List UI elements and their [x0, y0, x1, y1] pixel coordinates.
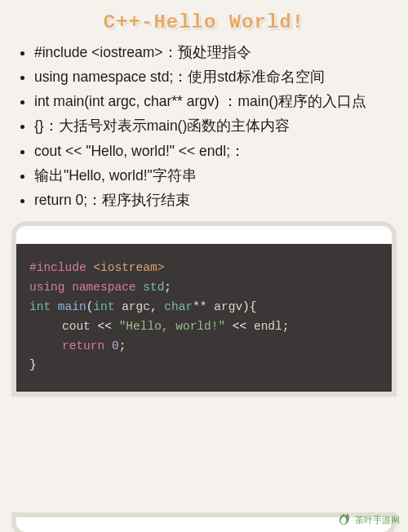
space [104, 339, 112, 352]
identifier-std: std [136, 281, 165, 294]
keyword-include: #include [29, 261, 86, 274]
list-item: int main(int argc, char** argv) ：main()程… [34, 91, 385, 113]
punct: ; [119, 339, 126, 352]
keyword-int: int [93, 300, 114, 313]
identifier-cout: cout [62, 320, 98, 333]
explanation-list: #include <iostream>：预处理指令 using namespac… [0, 42, 408, 211]
code-line: return 0; [29, 337, 379, 357]
keyword-int: int [29, 300, 51, 313]
punct: } [29, 358, 37, 371]
watermark: 茶叶手游网 [337, 512, 400, 527]
code-line: } [29, 356, 379, 375]
param-argv: argv [214, 300, 242, 313]
page-title: C++-Hello World! [0, 0, 408, 42]
number-literal: 0 [112, 339, 119, 352]
operator: << [225, 320, 254, 333]
window-titlebar [16, 226, 392, 244]
code-body: #include <iostream> using namespace std;… [16, 244, 392, 392]
code-line: #include <iostream> [29, 259, 379, 278]
list-item: cout << "Hello, world!" << endl;： [34, 140, 385, 162]
monitor-base [16, 517, 392, 532]
keyword-return: return [62, 339, 104, 352]
leaf-icon [337, 512, 352, 527]
param-argc: argc [114, 300, 150, 313]
func-main: main [51, 300, 86, 313]
header-iostream: <iostream> [86, 261, 165, 274]
code-line: cout << "Hello, world!" << endl; [29, 317, 379, 337]
list-item: #include <iostream>：预处理指令 [34, 42, 385, 64]
punct: ){ [242, 300, 256, 313]
string-literal: "Hello, world!" [119, 320, 226, 333]
list-item: return 0;：程序执行结束 [34, 189, 385, 211]
list-item: {}：大括号对表示main()函数的主体内容 [34, 115, 385, 137]
list-item: using namespace std;：使用std标准命名空间 [34, 66, 385, 88]
code-line: int main(int argc, char** argv){ [29, 298, 379, 317]
code-line: using namespace std; [29, 278, 379, 298]
keyword-char: char [164, 300, 193, 313]
list-item: 输出"Hello, world!"字符串 [34, 165, 385, 187]
watermark-text: 茶叶手游网 [355, 514, 400, 526]
code-editor-window: #include <iostream> using namespace std;… [16, 226, 392, 392]
keyword-using: using [29, 281, 65, 294]
punct: ** [193, 300, 214, 313]
operator: << [98, 320, 119, 333]
keyword-namespace: namespace [65, 281, 136, 294]
punct: ; [282, 320, 290, 333]
punct: ; [164, 281, 171, 294]
punct: , [150, 300, 164, 313]
identifier-endl: endl [254, 320, 282, 333]
